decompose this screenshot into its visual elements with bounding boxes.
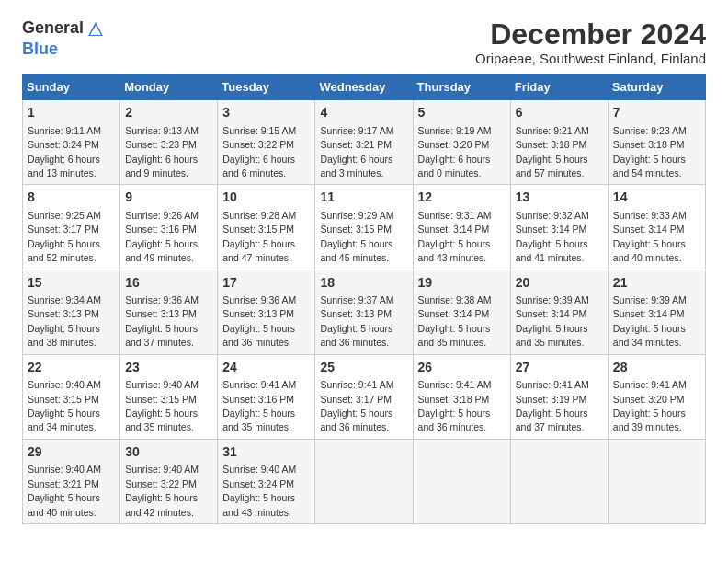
day-number: 30 [125, 443, 212, 462]
calendar-cell: 10Sunrise: 9:28 AM Sunset: 3:15 PM Dayli… [218, 185, 315, 270]
calendar-week-row: 22Sunrise: 9:40 AM Sunset: 3:15 PM Dayli… [23, 354, 706, 439]
calendar-week-row: 8Sunrise: 9:25 AM Sunset: 3:17 PM Daylig… [23, 185, 706, 270]
day-number: 23 [125, 359, 212, 377]
day-number: 22 [28, 359, 115, 377]
calendar-week-row: 29Sunrise: 9:40 AM Sunset: 3:21 PM Dayli… [23, 439, 706, 523]
day-info: Sunrise: 9:40 AM Sunset: 3:22 PM Dayligh… [125, 464, 199, 517]
day-info: Sunrise: 9:41 AM Sunset: 3:20 PM Dayligh… [613, 379, 687, 432]
calendar-week-row: 15Sunrise: 9:34 AM Sunset: 3:13 PM Dayli… [23, 270, 706, 354]
day-number: 18 [320, 274, 407, 293]
day-number: 28 [613, 359, 700, 377]
day-info: Sunrise: 9:40 AM Sunset: 3:21 PM Dayligh… [28, 464, 101, 517]
calendar-cell: 31Sunrise: 9:40 AM Sunset: 3:24 PM Dayli… [218, 439, 315, 523]
day-number: 29 [28, 443, 115, 462]
calendar-cell: 23Sunrise: 9:40 AM Sunset: 3:15 PM Dayli… [120, 354, 218, 439]
day-info: Sunrise: 9:33 AM Sunset: 3:14 PM Dayligh… [613, 210, 687, 263]
calendar-cell: 16Sunrise: 9:36 AM Sunset: 3:13 PM Dayli… [120, 270, 218, 354]
page-subtitle: Oripaeae, Southwest Finland, Finland [475, 51, 706, 66]
col-header-sunday: Sunday [23, 75, 120, 100]
col-header-monday: Monday [120, 75, 218, 100]
col-header-wednesday: Wednesday [315, 75, 413, 100]
calendar-cell [413, 439, 510, 523]
day-number: 14 [613, 189, 700, 207]
day-info: Sunrise: 9:40 AM Sunset: 3:24 PM Dayligh… [222, 464, 296, 517]
day-number: 12 [418, 189, 506, 207]
day-number: 26 [418, 359, 506, 377]
calendar-cell: 8Sunrise: 9:25 AM Sunset: 3:17 PM Daylig… [23, 185, 120, 270]
day-info: Sunrise: 9:41 AM Sunset: 3:17 PM Dayligh… [320, 379, 393, 432]
logo-general: General [22, 18, 106, 40]
calendar-cell: 21Sunrise: 9:39 AM Sunset: 3:14 PM Dayli… [608, 270, 705, 354]
day-info: Sunrise: 9:38 AM Sunset: 3:14 PM Dayligh… [418, 294, 492, 348]
calendar-cell: 5Sunrise: 9:19 AM Sunset: 3:20 PM Daylig… [413, 100, 510, 185]
calendar-cell: 27Sunrise: 9:41 AM Sunset: 3:19 PM Dayli… [510, 354, 608, 439]
calendar-cell: 17Sunrise: 9:36 AM Sunset: 3:13 PM Dayli… [218, 270, 315, 354]
col-header-tuesday: Tuesday [218, 75, 315, 100]
day-info: Sunrise: 9:34 AM Sunset: 3:13 PM Dayligh… [28, 294, 101, 348]
logo-icon [85, 19, 106, 40]
calendar-cell: 2Sunrise: 9:13 AM Sunset: 3:23 PM Daylig… [120, 100, 218, 185]
calendar-cell: 25Sunrise: 9:41 AM Sunset: 3:17 PM Dayli… [315, 354, 413, 439]
day-info: Sunrise: 9:40 AM Sunset: 3:15 PM Dayligh… [28, 379, 101, 432]
day-info: Sunrise: 9:39 AM Sunset: 3:14 PM Dayligh… [613, 294, 687, 348]
calendar-cell: 19Sunrise: 9:38 AM Sunset: 3:14 PM Dayli… [413, 270, 510, 354]
day-info: Sunrise: 9:17 AM Sunset: 3:21 PM Dayligh… [320, 125, 393, 178]
day-info: Sunrise: 9:39 AM Sunset: 3:14 PM Dayligh… [516, 294, 589, 348]
calendar-cell: 14Sunrise: 9:33 AM Sunset: 3:14 PM Dayli… [608, 185, 705, 270]
day-number: 3 [222, 104, 310, 122]
calendar-table: SundayMondayTuesdayWednesdayThursdayFrid… [22, 74, 706, 524]
day-info: Sunrise: 9:25 AM Sunset: 3:17 PM Dayligh… [28, 210, 101, 263]
day-info: Sunrise: 9:31 AM Sunset: 3:14 PM Dayligh… [418, 210, 492, 263]
day-number: 20 [516, 274, 603, 293]
page-title: December 2024 [475, 18, 706, 51]
day-number: 4 [320, 104, 407, 122]
day-number: 7 [613, 104, 700, 122]
calendar-cell [608, 439, 705, 523]
day-info: Sunrise: 9:41 AM Sunset: 3:16 PM Dayligh… [222, 379, 296, 432]
calendar-cell: 22Sunrise: 9:40 AM Sunset: 3:15 PM Dayli… [23, 354, 120, 439]
calendar-cell: 20Sunrise: 9:39 AM Sunset: 3:14 PM Dayli… [510, 270, 608, 354]
calendar-cell: 28Sunrise: 9:41 AM Sunset: 3:20 PM Dayli… [608, 354, 705, 439]
day-info: Sunrise: 9:19 AM Sunset: 3:20 PM Dayligh… [418, 125, 492, 178]
day-number: 1 [28, 104, 115, 122]
day-number: 10 [222, 189, 310, 207]
day-number: 25 [320, 359, 407, 377]
day-number: 6 [516, 104, 603, 122]
day-info: Sunrise: 9:36 AM Sunset: 3:13 PM Dayligh… [222, 294, 296, 348]
day-number: 2 [125, 104, 212, 122]
calendar-cell: 24Sunrise: 9:41 AM Sunset: 3:16 PM Dayli… [218, 354, 315, 439]
title-section: December 2024 Oripaeae, Southwest Finlan… [475, 18, 706, 66]
day-info: Sunrise: 9:37 AM Sunset: 3:13 PM Dayligh… [320, 294, 393, 348]
day-info: Sunrise: 9:41 AM Sunset: 3:19 PM Dayligh… [516, 379, 589, 432]
day-info: Sunrise: 9:23 AM Sunset: 3:18 PM Dayligh… [613, 125, 687, 178]
logo-blue: Blue [22, 40, 58, 59]
day-info: Sunrise: 9:21 AM Sunset: 3:18 PM Dayligh… [516, 125, 589, 178]
calendar-cell: 15Sunrise: 9:34 AM Sunset: 3:13 PM Dayli… [23, 270, 120, 354]
col-header-thursday: Thursday [413, 75, 510, 100]
page-header: General Blue December 2024 Oripaeae, Sou… [22, 18, 706, 66]
calendar-cell: 3Sunrise: 9:15 AM Sunset: 3:22 PM Daylig… [218, 100, 315, 185]
calendar-cell: 1Sunrise: 9:11 AM Sunset: 3:24 PM Daylig… [23, 100, 120, 185]
calendar-cell [315, 439, 413, 523]
day-number: 24 [222, 359, 310, 377]
day-number: 11 [320, 189, 407, 207]
day-number: 15 [28, 274, 115, 293]
day-number: 16 [125, 274, 212, 293]
day-info: Sunrise: 9:26 AM Sunset: 3:16 PM Dayligh… [125, 210, 199, 263]
calendar-header-row: SundayMondayTuesdayWednesdayThursdayFrid… [23, 75, 706, 100]
day-number: 8 [28, 189, 115, 207]
day-info: Sunrise: 9:41 AM Sunset: 3:18 PM Dayligh… [418, 379, 492, 432]
day-info: Sunrise: 9:36 AM Sunset: 3:13 PM Dayligh… [125, 294, 199, 348]
calendar-cell: 30Sunrise: 9:40 AM Sunset: 3:22 PM Dayli… [120, 439, 218, 523]
calendar-cell: 26Sunrise: 9:41 AM Sunset: 3:18 PM Dayli… [413, 354, 510, 439]
day-info: Sunrise: 9:28 AM Sunset: 3:15 PM Dayligh… [222, 210, 296, 263]
day-info: Sunrise: 9:40 AM Sunset: 3:15 PM Dayligh… [125, 379, 199, 432]
calendar-cell: 11Sunrise: 9:29 AM Sunset: 3:15 PM Dayli… [315, 185, 413, 270]
day-info: Sunrise: 9:29 AM Sunset: 3:15 PM Dayligh… [320, 210, 393, 263]
day-number: 5 [418, 104, 506, 122]
day-info: Sunrise: 9:15 AM Sunset: 3:22 PM Dayligh… [222, 125, 296, 178]
calendar-cell: 29Sunrise: 9:40 AM Sunset: 3:21 PM Dayli… [23, 439, 120, 523]
calendar-cell: 12Sunrise: 9:31 AM Sunset: 3:14 PM Dayli… [413, 185, 510, 270]
calendar-cell: 7Sunrise: 9:23 AM Sunset: 3:18 PM Daylig… [608, 100, 705, 185]
logo: General Blue [22, 18, 106, 59]
